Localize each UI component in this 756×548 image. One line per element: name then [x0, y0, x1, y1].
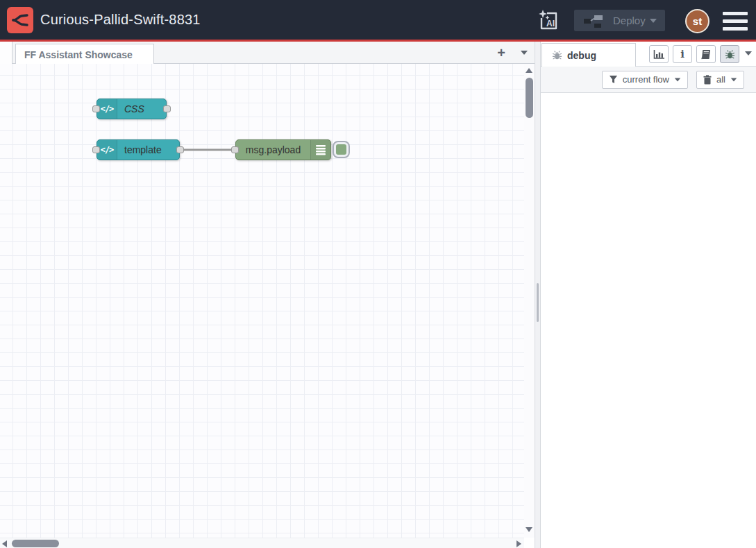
workspace-tabbar: FF Assistant Showcase +	[0, 42, 535, 64]
debug-list-icon	[310, 140, 330, 160]
splitter-handle[interactable]	[537, 283, 539, 322]
sidebar-splitter[interactable]	[535, 42, 541, 548]
node-debug[interactable]: msg.payload	[235, 139, 331, 160]
sidebar-tab-debug[interactable]: debug	[541, 43, 636, 67]
css-input-port[interactable]	[92, 105, 100, 112]
node-red-editor: Curious-Pallid-Swift-8831 AI Deploy st	[0, 0, 756, 548]
clear-label: all	[716, 74, 725, 85]
debug-enable-toggle[interactable]	[333, 141, 350, 158]
trash-icon	[703, 75, 712, 85]
vertical-scroll-thumb[interactable]	[526, 78, 533, 118]
book-icon	[700, 49, 712, 60]
node-template[interactable]: </> template	[96, 139, 180, 160]
svg-text:AI: AI	[546, 19, 555, 28]
flowfuse-logo-glyph	[11, 11, 29, 29]
filter-label: current flow	[623, 74, 669, 85]
ai-assistant-button[interactable]: AI	[536, 7, 562, 33]
bar-chart-icon	[653, 49, 665, 60]
bug-icon	[552, 50, 562, 60]
code-icon: </>	[97, 99, 117, 119]
code-icon: </>	[97, 140, 117, 160]
dashboard-chart-button[interactable]	[649, 45, 669, 63]
wire-template-to-debug[interactable]	[0, 64, 524, 538]
deploy-button[interactable]: Deploy	[574, 10, 665, 31]
add-flow-button[interactable]: +	[497, 46, 505, 60]
clear-chevron-icon	[731, 78, 737, 81]
node-label: msg.payload	[236, 144, 310, 155]
horizontal-scroll-thumb[interactable]	[12, 540, 59, 547]
debug-filter-button[interactable]: current flow	[602, 71, 688, 89]
header-bar: Curious-Pallid-Swift-8831 AI Deploy st	[0, 0, 756, 40]
instance-title: Curious-Pallid-Swift-8831	[40, 0, 201, 40]
canvas-vertical-scrollbar[interactable]	[524, 64, 535, 538]
debug-message-list[interactable]	[541, 93, 756, 548]
sidebar-tool-buttons: i	[649, 45, 739, 63]
debug-input-port[interactable]	[231, 146, 239, 153]
debug-toolbar: current flow all	[541, 67, 756, 93]
scroll-right-arrow-icon[interactable]	[516, 540, 521, 547]
deploy-nodes-icon	[584, 14, 603, 28]
css-output-port[interactable]	[163, 105, 171, 112]
ai-assistant-icon: AI	[537, 8, 561, 32]
hamburger-menu-icon[interactable]	[723, 12, 748, 31]
flow-tab-label: FF Assistant Showcase	[24, 49, 133, 60]
sidebar-tabs-chevron-icon[interactable]	[745, 51, 752, 55]
flow-canvas[interactable]: </> CSS </> template msg.payload	[0, 64, 524, 538]
info-icon: i	[680, 49, 684, 60]
debug-clear-button[interactable]: all	[696, 71, 744, 89]
bug-icon	[725, 49, 735, 60]
funnel-icon	[609, 75, 618, 84]
scroll-up-arrow-icon[interactable]	[526, 68, 532, 73]
sidebar-header: debug i	[541, 42, 756, 67]
deploy-label: Deploy	[613, 15, 646, 26]
flowfuse-logo[interactable]	[7, 7, 33, 33]
filter-chevron-icon	[675, 78, 681, 81]
user-avatar[interactable]: st	[685, 9, 709, 33]
canvas-horizontal-scrollbar[interactable]	[0, 538, 524, 548]
template-input-port[interactable]	[92, 146, 100, 153]
help-button[interactable]	[696, 45, 716, 63]
sidebar: debug i	[541, 42, 756, 548]
deploy-options-chevron-icon[interactable]	[650, 19, 657, 23]
tab-scroll-left-area	[0, 42, 12, 64]
scroll-left-arrow-icon[interactable]	[2, 540, 7, 547]
sidebar-tab-label: debug	[567, 50, 596, 61]
node-css-template[interactable]: </> CSS	[96, 99, 167, 119]
info-button[interactable]: i	[673, 45, 692, 63]
tab-flow[interactable]: FF Assistant Showcase	[15, 44, 154, 65]
template-output-port[interactable]	[176, 146, 184, 153]
node-label: CSS	[117, 103, 151, 114]
tab-actions: +	[497, 42, 528, 64]
tab-list-chevron-icon[interactable]	[521, 51, 528, 55]
node-label: template	[117, 144, 169, 155]
avatar-initials: st	[693, 15, 702, 27]
debug-sidebar-button[interactable]	[720, 45, 739, 63]
scroll-down-arrow-icon[interactable]	[526, 527, 532, 532]
